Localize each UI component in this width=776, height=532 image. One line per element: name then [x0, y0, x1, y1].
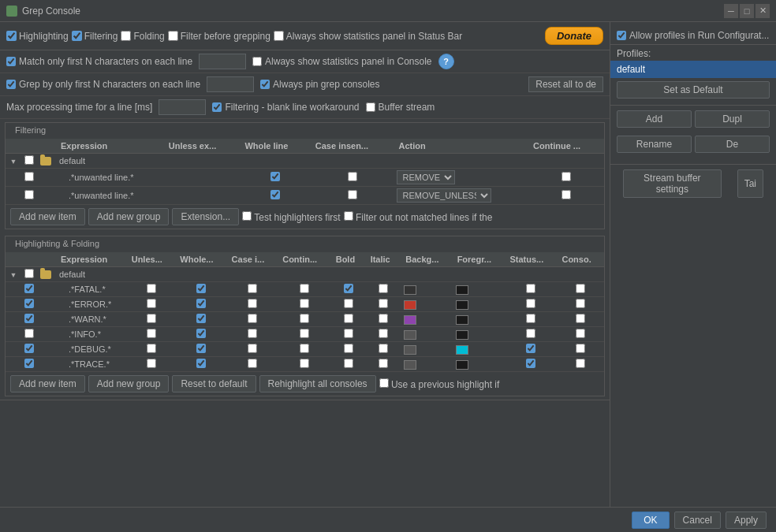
action-select[interactable]: REMOVE_UNLESS_PREVIO... — [397, 188, 491, 203]
highlighting-add-new-group-button[interactable]: Add new group — [88, 375, 170, 392]
expand-cell[interactable]: ▼ — [6, 154, 21, 169]
tail-button[interactable]: Tai — [737, 169, 763, 198]
donate-button[interactable]: Donate — [545, 27, 603, 45]
highlighting-checkbox-label[interactable]: Highlighting — [6, 31, 69, 42]
right-panel-rename-buttons: Rename De — [610, 136, 776, 158]
row-checkbox[interactable] — [24, 155, 34, 165]
bg-color-swatch[interactable] — [404, 345, 416, 355]
ok-button[interactable]: OK — [632, 512, 669, 529]
main-content: Highlighting Filtering Folding Filter be… — [0, 22, 776, 507]
profile-item-default[interactable]: default — [610, 61, 776, 78]
highlighting-checkbox[interactable] — [6, 31, 17, 41]
fg-color-swatch[interactable] — [456, 300, 468, 310]
cancel-button[interactable]: Cancel — [674, 512, 721, 529]
grep-first-n-input[interactable]: 1000 — [207, 76, 254, 92]
fg-color-swatch[interactable] — [456, 345, 468, 355]
bg-color-swatch[interactable] — [404, 330, 416, 340]
check-cell[interactable] — [21, 154, 37, 169]
expand-icon[interactable]: ▼ — [9, 270, 18, 280]
apply-button[interactable]: Apply — [726, 512, 767, 529]
use-previous-label[interactable]: Use a previous highlight if — [379, 378, 500, 390]
bg-color-swatch[interactable] — [404, 360, 416, 370]
filter-before-grepping-checkbox[interactable] — [168, 31, 178, 41]
bg-color-swatch[interactable] — [404, 300, 416, 310]
filtering-checkbox[interactable] — [72, 31, 82, 41]
hcol-check — [21, 252, 37, 267]
maximize-button[interactable]: □ — [740, 4, 754, 18]
hcol-folder — [37, 252, 56, 267]
rehighlight-all-button[interactable]: Rehighlight all consoles — [259, 375, 376, 392]
always-show-stats-console-checkbox[interactable] — [252, 57, 262, 66]
toolbar: Highlighting Filtering Folding Filter be… — [0, 22, 610, 50]
row-checkbox[interactable] — [24, 284, 34, 293]
buffer-stream-checkbox[interactable] — [366, 102, 375, 112]
row-checkbox[interactable] — [24, 190, 34, 199]
always-pin-checkbox[interactable] — [260, 80, 270, 89]
table-row: ▼ default — [6, 154, 604, 169]
match-first-n-input[interactable]: 200 — [199, 54, 246, 69]
filtering-add-new-item-button[interactable]: Add new item — [10, 208, 85, 225]
filter-out-checkbox[interactable] — [344, 211, 353, 221]
continue-checkbox[interactable] — [561, 190, 571, 199]
table-row: .*WARN.* — [6, 312, 604, 327]
expand-icon[interactable]: ▼ — [9, 157, 18, 166]
col-action: Action — [394, 139, 528, 154]
max-processing-input[interactable]: 1000 — [159, 99, 206, 115]
left-panel: Highlighting Filtering Folding Filter be… — [0, 22, 610, 507]
grep-first-n-checkbox[interactable] — [6, 80, 16, 89]
fg-color-swatch[interactable] — [456, 285, 468, 295]
always-pin-label: Always pin grep consoles — [260, 79, 379, 90]
folding-checkbox-label[interactable]: Folding — [121, 31, 164, 42]
folding-checkbox[interactable] — [121, 31, 131, 41]
fg-color-swatch[interactable] — [456, 360, 468, 370]
whole-line-checkbox[interactable] — [270, 190, 280, 199]
table-row: .*unwanted line.* REM — [6, 187, 604, 205]
case-checkbox[interactable] — [348, 190, 357, 199]
right-panel-add-buttons: Add Dupl — [610, 105, 776, 132]
folder-icon — [40, 157, 51, 166]
filtering-section-title: Filtering — [10, 124, 50, 136]
reset-to-default-button[interactable]: Reset to default — [172, 375, 256, 392]
row-checkbox[interactable] — [24, 172, 34, 181]
whole-line-checkbox[interactable] — [270, 172, 280, 181]
match-first-n-checkbox[interactable] — [6, 57, 16, 66]
fg-color-swatch[interactable] — [456, 315, 468, 325]
delete-profile-button[interactable]: De — [695, 136, 770, 153]
always-show-stats-statusbar-checkbox[interactable] — [274, 31, 284, 41]
case-checkbox[interactable] — [348, 172, 357, 181]
reset-all-button[interactable]: Reset all to de — [528, 76, 603, 92]
rename-profile-button[interactable]: Rename — [617, 136, 692, 153]
col-whole: Whole line — [240, 139, 310, 154]
always-show-stats-statusbar-label[interactable]: Always show statistics panel in Status B… — [274, 31, 462, 42]
col-folder — [37, 139, 56, 154]
bg-color-swatch[interactable] — [404, 315, 416, 325]
allow-profiles-checkbox[interactable] — [617, 31, 626, 40]
help-button[interactable]: ? — [438, 54, 454, 69]
fg-color-swatch[interactable] — [456, 330, 468, 340]
continue-checkbox[interactable] — [561, 172, 571, 181]
hcol-unless: Unles... — [127, 252, 176, 267]
set-as-default-button[interactable]: Set as Default — [617, 81, 770, 99]
filter-before-grepping-label[interactable]: Filter before grepping — [168, 31, 270, 42]
bg-color-swatch[interactable] — [404, 285, 416, 295]
add-profile-button[interactable]: Add — [617, 110, 692, 128]
action-select[interactable]: REMOVE — [397, 170, 455, 184]
stream-buffer-button[interactable]: Stream buffer settings — [623, 169, 722, 198]
use-previous-checkbox[interactable] — [379, 378, 389, 388]
hcol-italic: Italic — [366, 252, 401, 267]
close-button[interactable]: ✕ — [755, 4, 770, 18]
row-checkbox[interactable] — [24, 269, 34, 278]
horizontal-scrollbar[interactable] — [0, 400, 610, 407]
duplicate-profile-button[interactable]: Dupl — [695, 110, 770, 128]
test-highlighters-checkbox[interactable] — [242, 211, 252, 221]
highlighting-add-new-item-button[interactable]: Add new item — [10, 375, 85, 392]
allow-profiles-label[interactable]: Allow profiles in Run Configurat... — [617, 30, 770, 41]
test-highlighters-label[interactable]: Test highlighters first — [242, 211, 341, 223]
filtering-checkbox-label[interactable]: Filtering — [72, 31, 118, 42]
filtering-blank-checkbox[interactable] — [212, 102, 222, 112]
minimize-button[interactable]: ─ — [724, 4, 738, 18]
extension-button[interactable]: Extension... — [172, 208, 239, 225]
right-panel: Allow profiles in Run Configurat... Prof… — [610, 22, 776, 507]
table-row: .*ERROR.* — [6, 297, 604, 312]
filtering-add-new-group-button[interactable]: Add new group — [88, 208, 170, 225]
